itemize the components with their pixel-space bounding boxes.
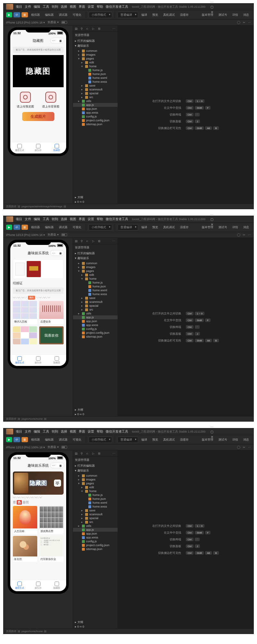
minimize-icon[interactable]: — [208,0,216,4]
hero-banner[interactable]: 隐藏图🐺 [13,471,64,495]
upload-preview[interactable]: 请上传预览图 [17,92,34,109]
file-node[interactable]: ▸edit [73,485,118,489]
details-button[interactable]: 详情 [230,12,240,18]
open-editors[interactable]: ▸ 打开的编辑器 [73,39,118,43]
ext-icon[interactable]: ⊞ [98,27,101,30]
file-node[interactable]: sitemap.json [73,122,118,126]
menu-item[interactable]: 视图 [70,5,76,9]
file-node[interactable]: ▸images [73,265,118,269]
file-node[interactable]: home.wxss [73,505,118,509]
file-node[interactable]: config.js [73,327,118,331]
file-node[interactable]: app.js [73,315,118,319]
file-node[interactable]: app.js [73,103,118,107]
tab-poem[interactable]: 摄头诗 [29,142,48,154]
file-node[interactable]: app.wxss [73,111,118,115]
simulator-button[interactable]: ▶ [6,12,12,17]
file-node[interactable]: ▸src [73,95,118,99]
cut-icon[interactable]: ✂ [243,21,245,24]
file-node[interactable]: ▸utils [73,524,118,528]
file-node[interactable]: home.wxml [73,288,118,292]
card-nine[interactable]: 情侣九宫格 [13,301,37,324]
page-path[interactable]: pages/spacial/hideimage/hideimage [22,205,62,208]
more-icon[interactable]: ⋯ [112,27,116,30]
card-color[interactable] [13,326,37,344]
file-node[interactable]: ▸src [73,308,118,312]
simulator-label[interactable]: 模拟器 [29,12,42,18]
file-node[interactable]: app.wxss [73,323,118,327]
file-node[interactable]: ▾pages [73,57,118,61]
file-node[interactable]: home.wxml [73,76,118,80]
file-node[interactable]: ▸spacial [73,304,118,308]
file-node[interactable]: ▸src [73,520,118,524]
search-icon[interactable]: ⚲ [81,27,84,30]
file-node[interactable]: ▸scanresult [73,512,118,516]
menu-item[interactable]: 选择 [61,5,67,9]
files-icon[interactable]: ▤ [75,27,78,30]
maximize-icon[interactable]: ▢ [208,4,216,9]
file-node[interactable]: app.json [73,532,118,536]
file-node[interactable]: app.json [73,107,118,111]
root-folder[interactable]: ▾ 趣味娱乐 [73,43,118,48]
menu-item[interactable]: 工具 [43,5,49,9]
file-node[interactable]: home.json [73,497,118,501]
compile-dropdown[interactable]: 普通编译 [118,12,138,18]
menu-item[interactable]: 帮助 [97,5,103,9]
file-node[interactable]: home.wxss [73,80,118,84]
file-node[interactable]: project.config.json [73,543,118,547]
menu-item[interactable]: 转到 [52,5,58,9]
file-node[interactable]: ▸common [73,474,118,478]
file-node[interactable]: ▸utils [73,99,118,103]
editor-label[interactable]: 编辑器 [43,12,56,18]
file-node[interactable]: ▸common [73,261,118,265]
menu-item[interactable]: 编辑 [34,5,40,9]
editor-toggle[interactable]: ‹/› [13,12,20,17]
generate-button[interactable]: 生成图片 [22,112,54,121]
file-node[interactable]: config.js [73,539,118,543]
hotreload-dropdown[interactable]: 热重载 ▾ [48,20,59,24]
passport-card[interactable] [13,259,64,279]
capsule-button[interactable]: ⋯◉ [50,38,64,43]
file-node[interactable]: ▸save [73,84,118,88]
file-node[interactable]: ▾pages [73,269,118,273]
file-node[interactable]: ▸spacial [73,91,118,95]
card-board[interactable]: 我喜欢你 [39,326,64,344]
msg-button[interactable]: 消息 [241,12,251,18]
file-node[interactable]: app.wxss [73,536,118,539]
file-node[interactable]: home.js [73,493,118,497]
tab-hide[interactable]: 隐藏图 [48,142,66,154]
file-node[interactable]: home.js [73,281,118,285]
file-node[interactable]: config.js [73,115,118,118]
file-node[interactable]: home.js [73,68,118,72]
test-button[interactable]: 测试号 [217,12,229,18]
debug-icon[interactable]: ▷ [92,27,95,30]
menu-item[interactable]: 微信开发者工具 [106,5,128,9]
file-node[interactable]: home.wxss [73,292,118,296]
device-dropdown[interactable]: iPhone 12/13 (Pro) 100% 16 ▾ [6,21,45,24]
file-node[interactable]: project.config.json [73,331,118,335]
file-node[interactable]: ▸edit [73,61,118,64]
file-node[interactable]: ▸scanresult [73,300,118,304]
file-node[interactable]: ▸spacial [73,516,118,520]
file-node[interactable]: sitemap.json [73,547,118,551]
visual-label[interactable]: 可视化 [71,12,83,18]
realdev-button[interactable]: 真机调试 [161,12,177,18]
upload-background[interactable]: 请上传背景图 [42,92,59,109]
menu-item[interactable]: 界面 [79,5,85,9]
file-node[interactable]: sitemap.json [73,335,118,339]
branch-icon[interactable]: ⎌ [86,27,90,30]
clear-button[interactable]: 清缓存 [178,12,191,18]
file-node[interactable]: ▸common [73,49,118,53]
file-node[interactable]: home.json [73,72,118,76]
file-node[interactable]: ▸edit [73,273,118,277]
file-node[interactable]: ▸utils [73,312,118,315]
file-node[interactable]: app.js [73,528,118,532]
file-node[interactable]: ▾home [73,64,118,68]
debugger-toggle[interactable]: ⊞ [22,12,28,17]
mode-dropdown[interactable]: 小程序模式 [89,12,112,18]
file-node[interactable]: ▾home [73,489,118,493]
file-node[interactable]: home.wxml [73,501,118,505]
more-icon[interactable]: ⋯ [248,21,251,24]
file-node[interactable]: ▸images [73,478,118,481]
file-node[interactable]: ▸images [73,53,118,57]
menu-item[interactable]: 文件 [25,5,31,9]
